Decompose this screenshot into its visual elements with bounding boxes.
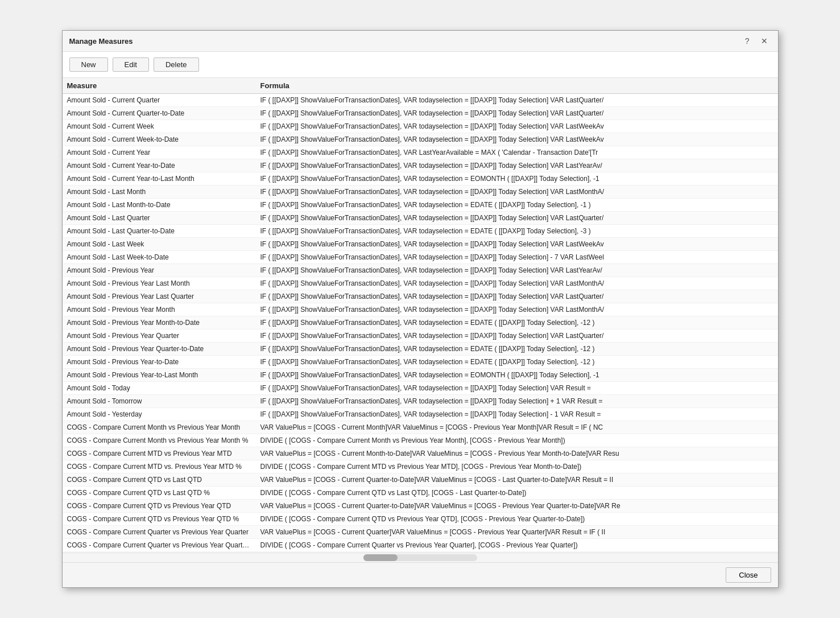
formula-cell: VAR ValuePlus = [COGS - Current Month-to… (256, 447, 778, 460)
table-row[interactable]: Amount Sold - Last WeekIF ( [[DAXP]] Sho… (63, 238, 778, 251)
table-row[interactable]: Amount Sold - Previous Year Last Quarter… (63, 290, 778, 303)
table-row[interactable]: Amount Sold - TodayIF ( [[DAXP]] ShowVal… (63, 382, 778, 395)
table-row[interactable]: COGS - Compare Current QTD vs Previous Y… (63, 513, 778, 526)
formula-cell: IF ( [[DAXP]] ShowValueForTransactionDat… (256, 251, 778, 264)
formula-column-header: Formula (256, 78, 778, 94)
table-row[interactable]: Amount Sold - Current YearIF ( [[DAXP]] … (63, 146, 778, 159)
table-row[interactable]: COGS - Compare Current MTD vs. Previous … (63, 460, 778, 473)
table-row[interactable]: Amount Sold - Current Quarter-to-DateIF … (63, 107, 778, 120)
table-row[interactable]: Amount Sold - Current Week-to-DateIF ( [… (63, 133, 778, 146)
table-row[interactable]: COGS - Compare Current Month vs Previous… (63, 434, 778, 447)
table-row[interactable]: Amount Sold - YesterdayIF ( [[DAXP]] Sho… (63, 408, 778, 421)
table-row[interactable]: COGS - Compare Current QTD vs Previous Y… (63, 500, 778, 513)
formula-cell: DIVIDE ( [COGS - Compare Current QTD vs … (256, 513, 778, 526)
measure-cell: Amount Sold - Current Year-to-Date (63, 159, 256, 172)
measure-cell: Amount Sold - Current Week (63, 120, 256, 133)
measure-column-header: Measure (63, 78, 256, 94)
table-row[interactable]: COGS - Compare Current Month vs Previous… (63, 421, 778, 434)
dialog-close-button[interactable]: ✕ (758, 35, 771, 47)
formula-cell: VAR ValuePlus = [COGS - Current Week-to-… (256, 552, 778, 553)
table-row[interactable]: COGS - Compare Current QTD vs Last QTD %… (63, 487, 778, 500)
table-row[interactable]: COGS - Compare Current MTD vs Previous Y… (63, 447, 778, 460)
measure-cell: Amount Sold - Last Week-to-Date (63, 251, 256, 264)
table-row[interactable]: Amount Sold - Previous Year QuarterIF ( … (63, 329, 778, 343)
table-row[interactable]: COGS - Compare Current Quarter vs Previo… (63, 539, 778, 552)
title-bar: Manage Measures ? ✕ (63, 31, 778, 52)
table-row[interactable]: Amount Sold - Previous YearIF ( [[DAXP]]… (63, 264, 778, 277)
table-container[interactable]: Measure Formula Amount Sold - Current Qu… (63, 78, 778, 553)
formula-cell: IF ( [[DAXP]] ShowValueForTransactionDat… (256, 264, 778, 277)
formula-cell: IF ( [[DAXP]] ShowValueForTransactionDat… (256, 395, 778, 408)
table-row[interactable]: Amount Sold - Last Month-to-DateIF ( [[D… (63, 199, 778, 212)
formula-cell: IF ( [[DAXP]] ShowValueForTransactionDat… (256, 199, 778, 212)
table-row[interactable]: Amount Sold - Previous Year MonthIF ( [[… (63, 303, 778, 316)
table-row[interactable]: Amount Sold - Last Quarter-to-DateIF ( [… (63, 225, 778, 238)
measure-cell: Amount Sold - Previous Year-to-Last Mont… (63, 369, 256, 382)
measure-cell: Amount Sold - Current Quarter-to-Date (63, 107, 256, 120)
formula-cell: IF ( [[DAXP]] ShowValueForTransactionDat… (256, 329, 778, 343)
measure-cell: Amount Sold - Previous Year Quarter-to-D… (63, 343, 256, 356)
measure-cell: Amount Sold - Current Quarter (63, 94, 256, 107)
measure-cell: Amount Sold - Last Month (63, 186, 256, 199)
measure-cell: Amount Sold - Previous Year Month-to-Dat… (63, 316, 256, 329)
measure-cell: COGS - Compare Current QTD vs Last QTD (63, 473, 256, 487)
table-row[interactable]: Amount Sold - Current WeekIF ( [[DAXP]] … (63, 120, 778, 133)
horizontal-scrollbar-thumb[interactable] (363, 554, 398, 561)
formula-cell: IF ( [[DAXP]] ShowValueForTransactionDat… (256, 316, 778, 329)
horizontal-scrollbar[interactable] (363, 554, 477, 561)
formula-cell: IF ( [[DAXP]] ShowValueForTransactionDat… (256, 133, 778, 146)
toolbar: New Edit Delete (63, 52, 778, 78)
title-bar-right: ? ✕ (742, 35, 771, 47)
measure-cell: Amount Sold - Last Quarter-to-Date (63, 225, 256, 238)
content-area: Measure Formula Amount Sold - Current Qu… (63, 78, 778, 562)
table-header-row: Measure Formula (63, 78, 778, 94)
formula-cell: IF ( [[DAXP]] ShowValueForTransactionDat… (256, 107, 778, 120)
table-row[interactable]: Amount Sold - Last QuarterIF ( [[DAXP]] … (63, 212, 778, 225)
table-row[interactable]: Amount Sold - Previous Year Last MonthIF… (63, 277, 778, 290)
table-row[interactable]: COGS - Compare Current QTD vs Last QTDVA… (63, 473, 778, 487)
table-row[interactable]: Amount Sold - Last MonthIF ( [[DAXP]] Sh… (63, 186, 778, 199)
footer-close-button[interactable]: Close (726, 567, 771, 583)
formula-cell: IF ( [[DAXP]] ShowValueForTransactionDat… (256, 343, 778, 356)
table-row[interactable]: Amount Sold - Last Week-to-DateIF ( [[DA… (63, 251, 778, 264)
table-row[interactable]: Amount Sold - Previous Year Quarter-to-D… (63, 343, 778, 356)
delete-button[interactable]: Delete (154, 57, 199, 72)
measure-cell: Amount Sold - Current Year (63, 146, 256, 159)
help-button[interactable]: ? (742, 35, 753, 47)
measure-cell: Amount Sold - Last Month-to-Date (63, 199, 256, 212)
table-row[interactable]: Amount Sold - Current QuarterIF ( [[DAXP… (63, 94, 778, 107)
formula-cell: IF ( [[DAXP]] ShowValueForTransactionDat… (256, 356, 778, 369)
table-row[interactable]: Amount Sold - Current Year-to-Last Month… (63, 172, 778, 186)
formula-cell: IF ( [[DAXP]] ShowValueForTransactionDat… (256, 146, 778, 159)
formula-cell: IF ( [[DAXP]] ShowValueForTransactionDat… (256, 408, 778, 421)
measures-table: Measure Formula Amount Sold - Current Qu… (63, 78, 778, 553)
table-row[interactable]: Amount Sold - TomorrowIF ( [[DAXP]] Show… (63, 395, 778, 408)
measure-cell: Amount Sold - Previous Year Quarter (63, 329, 256, 343)
formula-cell: IF ( [[DAXP]] ShowValueForTransactionDat… (256, 120, 778, 133)
measure-cell: Amount Sold - Last Week (63, 238, 256, 251)
formula-cell: IF ( [[DAXP]] ShowValueForTransactionDat… (256, 159, 778, 172)
manage-measures-dialog: Manage Measures ? ✕ New Edit Delete Meas… (62, 30, 779, 588)
formula-cell: IF ( [[DAXP]] ShowValueForTransactionDat… (256, 303, 778, 316)
formula-cell: IF ( [[DAXP]] ShowValueForTransactionDat… (256, 212, 778, 225)
table-row[interactable]: Amount Sold - Previous Year Month-to-Dat… (63, 316, 778, 329)
table-row[interactable]: Amount Sold - Current Year-to-DateIF ( [… (63, 159, 778, 172)
table-row[interactable]: COGS - Compare Current Quarter vs Previo… (63, 526, 778, 539)
measure-cell: COGS - Compare Current QTD vs Previous Y… (63, 500, 256, 513)
dialog-title: Manage Measures (69, 37, 133, 46)
measure-cell: Amount Sold - Previous Year Month (63, 303, 256, 316)
table-row[interactable]: Amount Sold - Previous Year-to-Last Mont… (63, 369, 778, 382)
measure-cell: COGS - Compare Current QTD vs Last QTD % (63, 487, 256, 500)
footer: Close (63, 562, 778, 587)
formula-cell: DIVIDE ( [COGS - Compare Current QTD vs … (256, 487, 778, 500)
measure-cell: COGS - Compare Current Quarter vs Previo… (63, 539, 256, 552)
table-row[interactable]: COGS - Compare Current WTD vs Last WTDVA… (63, 552, 778, 553)
formula-cell: VAR ValuePlus = [COGS - Current Quarter-… (256, 473, 778, 487)
edit-button[interactable]: Edit (113, 57, 149, 72)
table-row[interactable]: Amount Sold - Previous Year-to-DateIF ( … (63, 356, 778, 369)
formula-cell: IF ( [[DAXP]] ShowValueForTransactionDat… (256, 369, 778, 382)
new-button[interactable]: New (69, 57, 108, 72)
measure-cell: Amount Sold - Current Week-to-Date (63, 133, 256, 146)
formula-cell: DIVIDE ( [COGS - Compare Current Month v… (256, 434, 778, 447)
formula-cell: IF ( [[DAXP]] ShowValueForTransactionDat… (256, 225, 778, 238)
